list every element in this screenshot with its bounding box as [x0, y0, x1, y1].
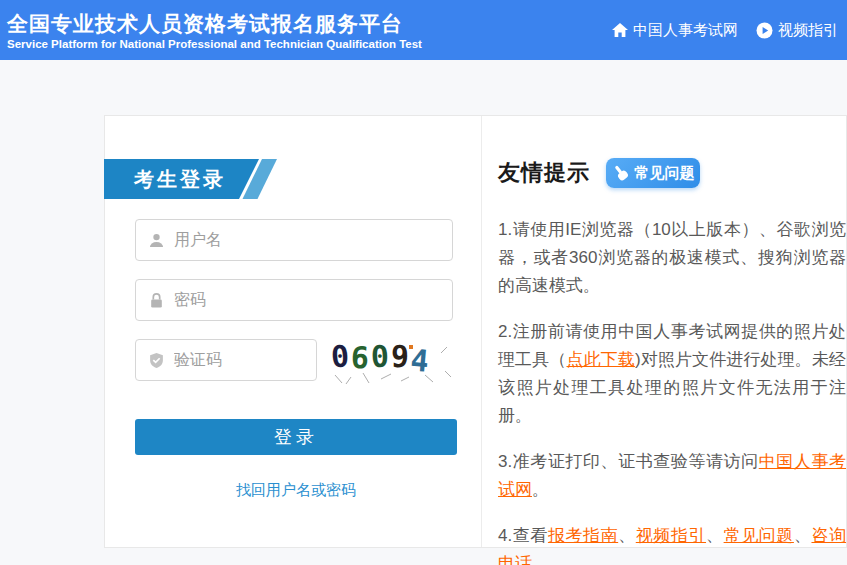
- tip-text: 、: [706, 526, 724, 545]
- user-icon: [148, 232, 165, 249]
- tip-item-3: 3.准考证打印、证书查验等请访问中国人事考试网。: [498, 448, 846, 504]
- tip-item-1: 1.请使用IE浏览器（10以上版本）、谷歌浏览器，或者360浏览器的极速模式、搜…: [498, 216, 846, 300]
- site-title: 全国专业技术人员资格考试报名服务平台: [7, 11, 422, 37]
- captcha-image[interactable]: 06094: [329, 333, 455, 387]
- header-link-label: 视频指引: [778, 21, 838, 40]
- tip-text: 。: [532, 480, 549, 499]
- tip-text: 、: [618, 526, 636, 545]
- main-card: 考生登录 06094: [104, 115, 847, 548]
- tip-text: 1.请使用IE浏览器（10以上版本）、谷歌浏览器，或者360浏览器的极速模式、搜…: [498, 220, 846, 295]
- site-subtitle: Service Platform for National Profession…: [7, 37, 422, 52]
- play-icon: [756, 22, 773, 39]
- tip-text: 3.准考证打印、证书查验等请访问: [498, 452, 759, 471]
- header-link-label: 中国人事考试网: [633, 21, 738, 40]
- header-titles: 全国专业技术人员资格考试报名服务平台 Service Platform for …: [0, 9, 422, 52]
- captcha-field-wrap: [135, 339, 317, 381]
- page: 全国专业技术人员资格考试报名服务平台 Service Platform for …: [0, 0, 847, 565]
- username-input[interactable]: [174, 231, 440, 249]
- tip-item-4: 4.查看报考指南、视频指引、常见问题、咨询电话。: [498, 522, 846, 565]
- header: 全国专业技术人员资格考试报名服务平台 Service Platform for …: [0, 0, 847, 60]
- tips-panel: 友情提示 常见问题 1.请使用IE浏览器（10以上版本）、谷歌浏览器，或者360…: [482, 116, 846, 547]
- captcha-noise-lines: [329, 333, 455, 387]
- tip-item-2: 2.注册前请使用中国人事考试网提供的照片处理工具（点此下载)对照片文件进行处理。…: [498, 318, 846, 430]
- login-panel: 考生登录 06094: [105, 116, 482, 547]
- tips-list: 1.请使用IE浏览器（10以上版本）、谷歌浏览器，或者360浏览器的极速模式、搜…: [498, 216, 846, 565]
- header-links: 中国人事考试网 视频指引: [612, 21, 847, 40]
- login-button[interactable]: 登录: [135, 419, 457, 455]
- header-link-video-guide[interactable]: 视频指引: [756, 21, 838, 40]
- video-guide-link[interactable]: 视频指引: [636, 526, 706, 545]
- login-panel-ribbon: 考生登录: [104, 159, 304, 199]
- header-link-cpta-site[interactable]: 中国人事考试网: [612, 21, 738, 40]
- shield-check-icon: [148, 352, 165, 369]
- tip-text: 、: [794, 526, 812, 545]
- password-field-wrap: [135, 279, 453, 321]
- username-field-wrap: [135, 219, 453, 261]
- faq-link[interactable]: 常见问题: [724, 526, 794, 545]
- faq-button-label: 常见问题: [635, 164, 695, 183]
- tips-title: 友情提示: [498, 158, 590, 188]
- lock-icon: [148, 292, 165, 309]
- tips-header: 友情提示 常见问题: [498, 158, 700, 188]
- password-input[interactable]: [174, 291, 440, 309]
- login-panel-title: 考生登录: [134, 159, 226, 199]
- exam-guide-link[interactable]: 报考指南: [548, 526, 618, 545]
- recover-credentials-link[interactable]: 找回用户名或密码: [135, 481, 457, 500]
- tip-text: 4.查看: [498, 526, 548, 545]
- tip-text: 。: [532, 554, 549, 565]
- home-icon: [612, 23, 628, 38]
- photo-tool-download-link[interactable]: 点此下载: [566, 350, 634, 369]
- pointing-hand-icon: [612, 164, 630, 182]
- faq-button[interactable]: 常见问题: [606, 158, 700, 188]
